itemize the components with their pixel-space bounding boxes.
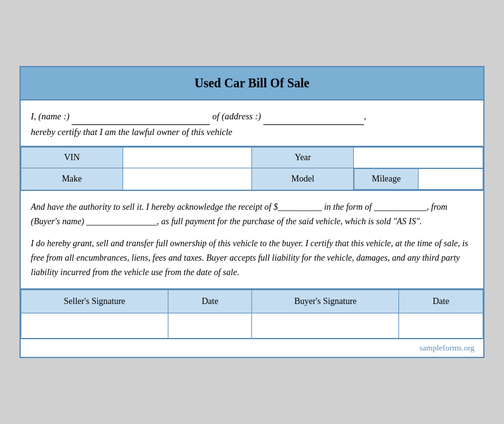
seller-signature-header: Seller's Signature — [21, 290, 168, 313]
intro-address-prefix: of (address :) — [212, 111, 261, 121]
model-header: Model — [252, 168, 354, 190]
year-header: Year — [252, 147, 354, 168]
signature-table: Seller's Signature Date Buyer's Signatur… — [21, 290, 483, 339]
vin-value[interactable] — [123, 147, 252, 168]
intro-section: I, (name :) of (address :) , hereby cert… — [21, 101, 483, 146]
document-title: Used Car Bill Of Sale — [21, 67, 483, 101]
year-value[interactable] — [354, 147, 483, 168]
date1-value[interactable] — [168, 313, 252, 339]
buyer-signature-value[interactable] — [252, 313, 399, 339]
make-value[interactable] — [123, 168, 252, 190]
model-mileage-cell: Mileage — [354, 168, 483, 190]
date1-header: Date — [168, 290, 252, 313]
body-paragraph-2: I do hereby grant, sell and transfer ful… — [31, 236, 473, 280]
buyer-signature-header: Buyer's Signature — [252, 290, 399, 313]
vehicle-table: VIN Year Make Model Mileage — [21, 147, 483, 191]
address-field[interactable] — [263, 109, 364, 124]
mileage-value[interactable] — [419, 168, 483, 189]
watermark: sampleforms.org — [21, 339, 483, 357]
seller-signature-value[interactable] — [21, 313, 168, 339]
intro-name-prefix: I, (name :) — [31, 111, 70, 121]
intro-line2: hereby certify that I am the lawful owne… — [31, 127, 233, 137]
date2-header: Date — [399, 290, 483, 313]
body-section: And have the authority to sell it. I her… — [21, 191, 483, 290]
date2-value[interactable] — [399, 313, 483, 339]
body-paragraph-1: And have the authority to sell it. I her… — [31, 200, 473, 229]
name-field[interactable] — [72, 109, 210, 124]
vin-header: VIN — [21, 147, 123, 168]
document: Used Car Bill Of Sale I, (name :) of (ad… — [19, 66, 485, 357]
mileage-header: Mileage — [354, 168, 419, 189]
make-header: Make — [21, 168, 123, 190]
